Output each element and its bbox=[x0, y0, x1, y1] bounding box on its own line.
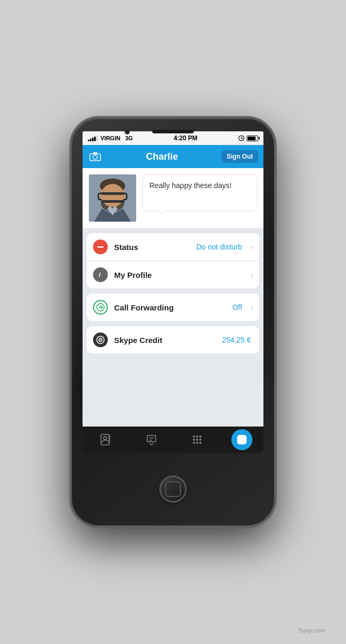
tab-bar bbox=[83, 427, 263, 453]
menu-item-call-forwarding[interactable]: Call Forwarding Off › bbox=[87, 294, 259, 321]
svg-point-13 bbox=[101, 194, 106, 199]
profile-icon: i bbox=[93, 267, 108, 282]
svg-point-30 bbox=[199, 435, 201, 438]
contacts-icon bbox=[99, 433, 112, 446]
front-camera bbox=[125, 129, 130, 134]
tab-profile[interactable] bbox=[231, 429, 252, 450]
phone-body: VIRGIN 3G 4:20 PM bbox=[70, 117, 276, 527]
svg-rect-5 bbox=[93, 152, 97, 154]
status-label: Status bbox=[114, 243, 190, 252]
carrier-label: VIRGIN bbox=[100, 135, 120, 141]
my-profile-label: My Profile bbox=[114, 271, 236, 279]
info-icon: i bbox=[97, 271, 104, 278]
app-header: Charlie Sign Out bbox=[83, 145, 263, 168]
menu-group-1: Status Do not disturb › i My Profile › bbox=[87, 233, 259, 288]
status-value: Do not disturb bbox=[196, 243, 242, 251]
home-button-inner bbox=[165, 481, 181, 497]
svg-point-34 bbox=[193, 442, 195, 444]
avatar bbox=[89, 174, 136, 222]
svg-point-36 bbox=[199, 442, 201, 444]
menu-group-3: Skype Credit 254,25 € bbox=[87, 326, 259, 354]
svg-line-2 bbox=[241, 138, 243, 139]
svg-point-20 bbox=[100, 339, 101, 340]
phone-top bbox=[72, 119, 274, 131]
call-forwarding-chevron: › bbox=[250, 303, 253, 311]
call-forwarding-label: Call Forwarding bbox=[114, 303, 226, 312]
speech-bubble: Really happy these days! bbox=[143, 174, 257, 211]
home-button-area bbox=[159, 453, 187, 525]
skype-credit-icon bbox=[93, 333, 108, 347]
svg-point-28 bbox=[193, 435, 195, 438]
forward-arrow-icon bbox=[96, 303, 105, 311]
time-label: 4:20 PM bbox=[174, 134, 197, 142]
status-icon bbox=[93, 240, 108, 254]
signal-bars bbox=[88, 136, 98, 141]
network-label: 3G bbox=[125, 135, 133, 141]
menu-item-my-profile[interactable]: i My Profile › bbox=[87, 261, 259, 288]
sign-out-button[interactable]: Sign Out bbox=[221, 150, 258, 163]
header-title: Charlie bbox=[103, 151, 221, 162]
svg-point-32 bbox=[196, 439, 198, 441]
profile-tab-icon bbox=[237, 434, 247, 445]
watermark: Tuyiyi.com bbox=[298, 627, 325, 633]
earpiece-speaker bbox=[152, 129, 194, 133]
tab-contacts[interactable] bbox=[94, 430, 117, 449]
skype-credit-value: 254,25 € bbox=[222, 336, 251, 344]
tab-dialpad[interactable] bbox=[186, 430, 209, 449]
svg-point-33 bbox=[199, 439, 201, 441]
skype-credit-label: Skype Credit bbox=[114, 336, 216, 345]
call-forwarding-icon bbox=[93, 300, 108, 315]
dialpad-icon bbox=[191, 434, 203, 445]
status-left: VIRGIN 3G bbox=[88, 135, 133, 141]
call-forwarding-value: Off bbox=[232, 303, 242, 311]
svg-rect-15 bbox=[97, 246, 104, 248]
status-message: Really happy these days! bbox=[149, 181, 231, 190]
profile-area: Really happy these days! bbox=[83, 168, 263, 228]
svg-rect-37 bbox=[237, 435, 247, 444]
clock-icon bbox=[238, 135, 245, 141]
avatar-svg bbox=[89, 174, 136, 222]
menu-item-status[interactable]: Status Do not disturb › bbox=[87, 233, 259, 261]
screen: VIRGIN 3G 4:20 PM bbox=[83, 131, 263, 453]
messages-icon bbox=[145, 433, 158, 446]
menu-list: Status Do not disturb › i My Profile › bbox=[83, 228, 263, 427]
svg-point-14 bbox=[119, 194, 124, 199]
svg-point-29 bbox=[196, 435, 198, 438]
status-right bbox=[238, 135, 258, 141]
status-chevron: › bbox=[250, 243, 253, 251]
battery-icon bbox=[247, 136, 258, 141]
svg-point-31 bbox=[193, 439, 195, 441]
avatar-image bbox=[89, 174, 136, 222]
camera-icon[interactable] bbox=[88, 149, 103, 164]
svg-point-22 bbox=[104, 437, 107, 440]
svg-point-4 bbox=[93, 155, 97, 160]
svg-point-8 bbox=[100, 179, 125, 193]
menu-item-skype-credit[interactable]: Skype Credit 254,25 € bbox=[87, 326, 259, 354]
home-button[interactable] bbox=[159, 475, 187, 503]
svg-text:i: i bbox=[99, 271, 101, 278]
skype-icon bbox=[96, 335, 105, 345]
svg-point-35 bbox=[196, 442, 198, 444]
my-profile-chevron: › bbox=[250, 271, 253, 279]
tab-messages[interactable] bbox=[140, 430, 163, 449]
phone-wrapper: VIRGIN 3G 4:20 PM bbox=[0, 0, 346, 644]
minus-icon bbox=[97, 246, 104, 248]
menu-group-2: Call Forwarding Off › bbox=[87, 294, 259, 321]
